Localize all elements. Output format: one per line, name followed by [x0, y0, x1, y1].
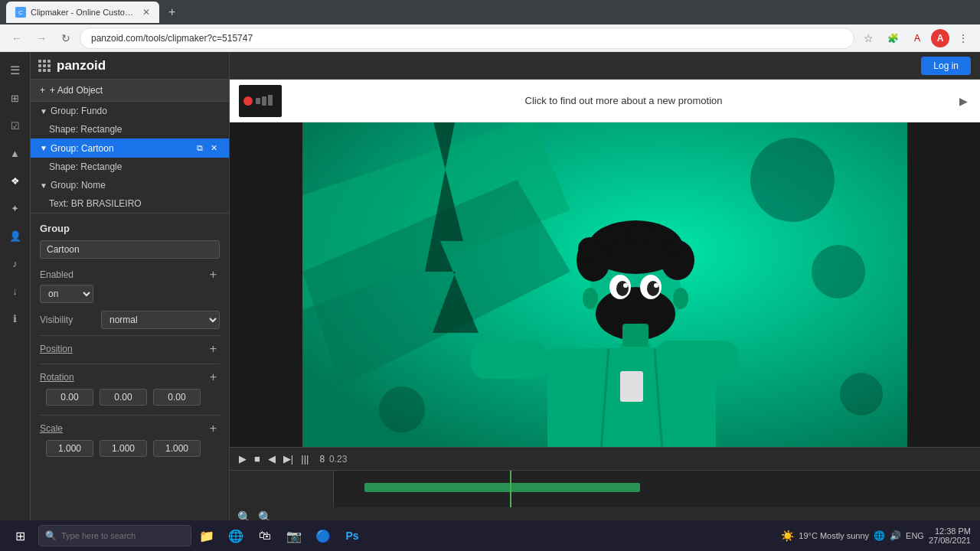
timeline-prev-button[interactable]: ◀	[265, 452, 279, 466]
start-button[interactable]: ⊞	[3, 522, 37, 549]
timeline-playhead	[510, 471, 511, 507]
sidebar-shapes-icon[interactable]: ❖	[3, 168, 28, 193]
sidebar-menu-icon[interactable]: ☰	[3, 58, 28, 83]
timeline-track-bar	[364, 483, 640, 492]
timeline-wave-button[interactable]: |||	[298, 452, 312, 466]
canvas-area	[230, 122, 980, 447]
svg-point-28	[654, 283, 658, 288]
rotation-label: Rotation	[40, 372, 207, 383]
sidebar-info-icon[interactable]: ℹ	[3, 306, 28, 331]
sidebar-people-icon[interactable]: 👤	[3, 223, 28, 248]
add-object-button[interactable]: + + Add Object	[31, 80, 229, 102]
enabled-label: Enabled	[40, 269, 207, 280]
taskbar: ⊞ 🔍 📁 🌐 🛍 📷 🔵 Ps ☀️ 19°C Mostly sunny 🌐 …	[0, 520, 980, 551]
scale-x-input[interactable]	[46, 440, 93, 457]
sidebar-check-icon[interactable]: ☑	[3, 113, 28, 138]
rotation-z-input[interactable]	[153, 389, 201, 406]
address-bar[interactable]: panzoid.com/tools/clipmaker?c=515747	[80, 28, 854, 49]
properties-panel: Group Enabled + on off Visibility normal…	[31, 214, 229, 520]
taskbar-photos-item[interactable]: 📷	[280, 522, 308, 549]
scale-add-button[interactable]: +	[207, 422, 220, 435]
svg-rect-41	[622, 324, 648, 347]
layer-item-shape-rect1[interactable]: Shape: Rectangle	[31, 120, 229, 139]
rotation-y-input[interactable]	[100, 389, 147, 406]
rotation-add-button[interactable]: +	[207, 370, 220, 384]
new-tab-button[interactable]: +	[162, 4, 181, 21]
zoom-out-button[interactable]: 🔍	[236, 509, 253, 520]
sidebar-music-icon[interactable]: ♪	[3, 251, 28, 276]
browser-tab[interactable]: C Clipmaker - Online Custom Intr... ✕	[6, 2, 159, 23]
network-icon: 🌐	[874, 530, 885, 541]
enabled-select[interactable]: on off	[40, 285, 93, 303]
svg-point-1	[243, 96, 253, 106]
visibility-select[interactable]: normal hidden solo	[101, 311, 220, 329]
app-logo-text: panzoid	[57, 58, 106, 73]
timeline-area: ▶ ■ ◀ ▶| ||| 8 0.23 🔍	[230, 447, 980, 520]
scale-y-input[interactable]	[100, 440, 147, 457]
rotation-row: Rotation +	[40, 370, 220, 384]
timeline-next-button[interactable]: ▶|	[280, 452, 296, 466]
enabled-add-button[interactable]: +	[207, 268, 220, 282]
svg-point-10	[812, 245, 865, 298]
weather-icon: ☀️	[781, 530, 794, 542]
user-avatar[interactable]: A	[931, 29, 949, 47]
app-container: ☰ ⊞ ☑ ▲ ❖ ✦ 👤 ♪ ↓ ℹ panzoid	[0, 52, 980, 520]
nav-back-button[interactable]: ←	[6, 28, 28, 49]
position-add-button[interactable]: +	[207, 342, 220, 356]
svg-rect-16	[655, 341, 739, 379]
nav-forward-button[interactable]: →	[31, 28, 52, 49]
prop-section-title: Group	[40, 223, 220, 234]
layer-list: + + Add Object ▼ Group: Fundo Shape: Rec…	[31, 80, 229, 214]
layer-item-text-br[interactable]: Text: BR BRASILEIRO	[31, 194, 229, 213]
timeline-stop-button[interactable]: ■	[251, 452, 263, 466]
layer-item-group-nome[interactable]: ▼ Group: Nome	[31, 176, 229, 194]
extension-icon[interactable]: 🧩	[882, 28, 903, 49]
chrome-icon: 🔵	[315, 529, 331, 543]
browser-titlebar: C Clipmaker - Online Custom Intr... ✕ +	[0, 0, 980, 24]
acrobat-icon[interactable]: A	[906, 28, 928, 49]
sidebar-star-icon[interactable]: ✦	[3, 196, 28, 220]
taskbar-search[interactable]: 🔍	[38, 525, 191, 546]
rotation-x-input[interactable]	[46, 389, 93, 406]
nav-refresh-button[interactable]: ↻	[55, 28, 77, 49]
store-icon: 🛍	[259, 529, 271, 543]
timeline-play-button[interactable]: ▶	[236, 452, 250, 466]
group-name-input[interactable]	[40, 240, 220, 259]
taskbar-file-explorer-item[interactable]: 📁	[193, 522, 220, 549]
taskbar-store-item[interactable]: 🛍	[251, 522, 279, 549]
sidebar-landscape-icon[interactable]: ▲	[3, 141, 28, 165]
taskbar-chrome-item[interactable]: 🔵	[309, 522, 337, 549]
chrome-menu-icon[interactable]: ⋮	[952, 28, 974, 49]
layer-item-group-cartoon[interactable]: ▼ Group: Cartoon ⧉ ✕	[31, 139, 229, 158]
tab-close-icon[interactable]: ✕	[142, 7, 150, 18]
scale-values-row	[40, 440, 220, 457]
ad-thumbnail	[239, 85, 282, 117]
svg-point-11	[379, 386, 425, 432]
bookmark-icon[interactable]: ☆	[858, 28, 879, 49]
sidebar-layers-icon[interactable]: ⊞	[3, 86, 28, 110]
add-icon: +	[40, 85, 45, 96]
timeline-frame: 8	[319, 454, 325, 465]
sidebar-download-icon[interactable]: ↓	[3, 279, 28, 303]
taskbar-edge-item[interactable]: 🌐	[222, 522, 250, 549]
layer-duplicate-button[interactable]: ⧉	[194, 142, 205, 154]
layer-delete-button[interactable]: ✕	[208, 142, 220, 154]
scale-label: Scale	[40, 423, 207, 434]
scale-row: Scale +	[40, 422, 220, 435]
main-area: Log in Click to find out more about a ne…	[230, 52, 980, 520]
ad-close-button[interactable]: ▶	[956, 92, 971, 110]
file-explorer-icon: 📁	[199, 529, 214, 543]
timeline-track-labels	[230, 471, 334, 507]
timeline-track-content[interactable]	[334, 471, 980, 507]
ad-content[interactable]: Click to find out more about a new promo…	[291, 95, 956, 106]
svg-rect-3	[262, 96, 266, 106]
position-label: Position	[40, 344, 207, 354]
layer-item-group-fundo[interactable]: ▼ Group: Fundo	[31, 102, 229, 120]
layer-item-shape-rect2[interactable]: Shape: Rectangle	[31, 158, 229, 176]
zoom-in-button[interactable]: 🔍	[256, 509, 274, 520]
taskbar-ps-item[interactable]: Ps	[338, 522, 366, 549]
login-button[interactable]: Log in	[921, 57, 971, 75]
taskbar-search-input[interactable]	[61, 531, 185, 540]
scale-z-input[interactable]	[153, 440, 201, 457]
enabled-select-row: on off	[40, 285, 220, 303]
